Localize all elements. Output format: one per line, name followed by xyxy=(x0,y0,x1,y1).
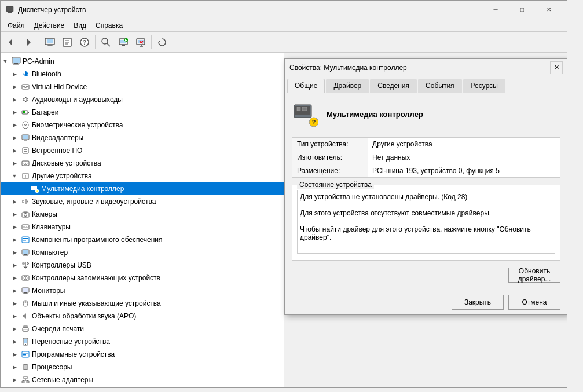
search-button[interactable] xyxy=(98,34,114,50)
close-button[interactable]: ✕ xyxy=(536,1,562,19)
status-group-title: Состояние устройства xyxy=(297,181,374,189)
tree-item-sound[interactable]: ▶ Звуковые, игровые и видеоустройства xyxy=(1,195,284,208)
tree-item-mouse[interactable]: ▶ Мыши и иные указывающие устройства xyxy=(1,297,284,310)
menu-help[interactable]: Справка xyxy=(91,20,127,31)
apo-expand-icon[interactable]: ▶ xyxy=(10,312,19,321)
computer-expand-icon[interactable]: ▶ xyxy=(10,248,19,257)
menu-file[interactable]: Файл xyxy=(3,20,30,31)
tree-item-firmware[interactable]: ▶ Встроенное ПО xyxy=(1,144,284,157)
tree-item-battery[interactable]: ▶ Батареи xyxy=(1,106,284,119)
svg-rect-84 xyxy=(25,301,27,303)
other-expand-icon[interactable]: ▼ xyxy=(10,171,19,181)
maximize-button[interactable]: □ xyxy=(509,1,536,19)
tree-item-computer[interactable]: ▶ Компьютер xyxy=(1,246,284,259)
refresh-button[interactable] xyxy=(154,34,170,50)
svg-rect-82 xyxy=(23,294,28,294)
sound-expand-icon[interactable]: ▶ xyxy=(10,197,19,206)
firmware-expand-icon[interactable]: ▶ xyxy=(10,146,19,155)
tab-driver[interactable]: Драйвер xyxy=(326,79,369,93)
software-comp-expand-icon[interactable]: ▶ xyxy=(10,235,19,244)
disk-expand-icon[interactable]: ▶ xyxy=(10,159,19,168)
other-devices-icon: ! xyxy=(21,171,30,181)
root-expand-icon[interactable]: ▼ xyxy=(1,57,10,66)
svg-text:▶: ▶ xyxy=(125,38,127,42)
tree-item-audio[interactable]: ▶ Аудиовходы и аудиовыходы xyxy=(1,93,284,106)
forward-button[interactable] xyxy=(20,34,36,50)
tree-item-virtual-hid[interactable]: ▶ Virtual Hid Device xyxy=(1,80,284,93)
portable-expand-icon[interactable]: ▶ xyxy=(10,337,19,346)
svg-text:!: ! xyxy=(25,174,26,179)
dialog-close-icon-button[interactable]: ✕ xyxy=(550,61,563,74)
audio-expand-icon[interactable]: ▶ xyxy=(10,95,19,104)
sound-icon xyxy=(21,197,30,206)
bluetooth-expand-icon[interactable]: ▶ xyxy=(10,69,19,79)
virtual-hid-expand-icon[interactable]: ▶ xyxy=(10,82,19,91)
svg-rect-32 xyxy=(13,64,19,65)
tab-details[interactable]: Сведения xyxy=(370,79,417,93)
close-button[interactable]: Закрыть xyxy=(452,295,504,310)
device-tree[interactable]: ▼ PC-Admin ▶ xyxy=(1,53,284,387)
svg-rect-69 xyxy=(23,240,26,241)
tree-item-cpu[interactable]: ▶ xyxy=(1,361,284,373)
tree-item-monitor[interactable]: ▶ Мониторы xyxy=(1,284,284,297)
uninstall-button[interactable] xyxy=(133,34,149,50)
tree-item-apo[interactable]: ▶ Объекты обработки звука (APO) xyxy=(1,310,284,323)
battery-expand-icon[interactable]: ▶ xyxy=(10,108,19,117)
tab-resources[interactable]: Ресурсы xyxy=(463,79,505,93)
tree-item-keyboard[interactable]: ▶ Клавиатуры xyxy=(1,221,284,233)
update-driver-button[interactable]: Обновить драйвер... xyxy=(508,268,560,283)
tree-item-printer[interactable]: ▶ Очереди печати xyxy=(1,323,284,335)
tree-item-biometric[interactable]: ▶ Биометрические устройства xyxy=(1,119,284,131)
sound-label: Звуковые, игровые и видеоустройства xyxy=(32,197,156,206)
tree-root-item[interactable]: ▼ PC-Admin xyxy=(1,55,284,68)
tree-item-software-comp[interactable]: ▶ Компоненты программного обеспечения xyxy=(1,233,284,246)
display-expand-icon[interactable]: ▶ xyxy=(10,133,19,142)
cpu-expand-icon[interactable]: ▶ xyxy=(10,362,19,372)
printer-expand-icon[interactable]: ▶ xyxy=(10,324,19,334)
device-status-text xyxy=(297,190,555,254)
storage-icon xyxy=(21,273,30,283)
tree-item-multimedia[interactable]: ▶ ? ! Мультимедиа контроллер xyxy=(1,182,284,195)
tree-item-disk[interactable]: ▶ Дисковые устройства xyxy=(1,157,284,170)
tree-item-portable[interactable]: ▶ Переносные устройства xyxy=(1,335,284,348)
tab-events[interactable]: События xyxy=(418,79,462,93)
menu-view[interactable]: Вид xyxy=(69,20,91,31)
software-icon xyxy=(21,350,30,359)
help-button[interactable]: ? xyxy=(76,34,93,50)
svg-rect-35 xyxy=(26,86,28,87)
svg-rect-62 xyxy=(23,226,24,227)
properties-button[interactable] xyxy=(59,34,75,50)
svg-rect-8 xyxy=(47,45,53,46)
tree-item-display[interactable]: ▶ Видеоадаптеры xyxy=(1,131,284,144)
software-expand-icon[interactable]: ▶ xyxy=(10,350,19,359)
camera-expand-icon[interactable]: ▶ xyxy=(10,210,19,219)
monitor-expand-icon[interactable]: ▶ xyxy=(10,286,19,295)
bio-expand-icon[interactable]: ▶ xyxy=(10,120,19,130)
menu-action[interactable]: Действие xyxy=(30,20,69,31)
tree-item-network[interactable]: ▶ Сетевые адаптеры xyxy=(1,373,284,386)
svg-point-75 xyxy=(27,263,29,265)
minimize-button[interactable]: ─ xyxy=(482,1,509,19)
back-button[interactable] xyxy=(3,34,19,50)
tree-item-software[interactable]: ▶ Программные устройства xyxy=(1,348,284,361)
tree-item-camera[interactable]: ▶ Камеры xyxy=(1,208,284,221)
storage-expand-icon[interactable]: ▶ xyxy=(10,273,19,283)
tree-item-storage[interactable]: ▶ Контроллеры запоминающих устройств xyxy=(1,272,284,284)
bio-label: Биометрические устройства xyxy=(32,121,123,129)
computer-button[interactable] xyxy=(42,34,58,50)
cancel-button[interactable]: Отмена xyxy=(508,295,560,310)
scan-button[interactable]: ▶ xyxy=(115,34,131,50)
keyboard-icon xyxy=(21,222,30,232)
mouse-expand-icon[interactable]: ▶ xyxy=(10,299,19,308)
bluetooth-label: Bluetooth xyxy=(32,70,61,78)
tree-item-bluetooth[interactable]: ▶ Bluetooth xyxy=(1,68,284,80)
keyboard-expand-icon[interactable]: ▶ xyxy=(10,222,19,232)
network-expand-icon[interactable]: ▶ xyxy=(10,375,19,384)
tab-general[interactable]: Общие xyxy=(287,79,325,93)
tree-item-other-devices[interactable]: ▼ ! Другие устройства xyxy=(1,170,284,182)
usb-expand-icon[interactable]: ▶ xyxy=(10,261,19,270)
printer-label: Очереди печати xyxy=(32,325,84,333)
software-label: Программные устройства xyxy=(32,350,115,358)
svg-rect-93 xyxy=(23,353,28,354)
tree-item-usb[interactable]: ▶ Контроллеры USB xyxy=(1,259,284,272)
